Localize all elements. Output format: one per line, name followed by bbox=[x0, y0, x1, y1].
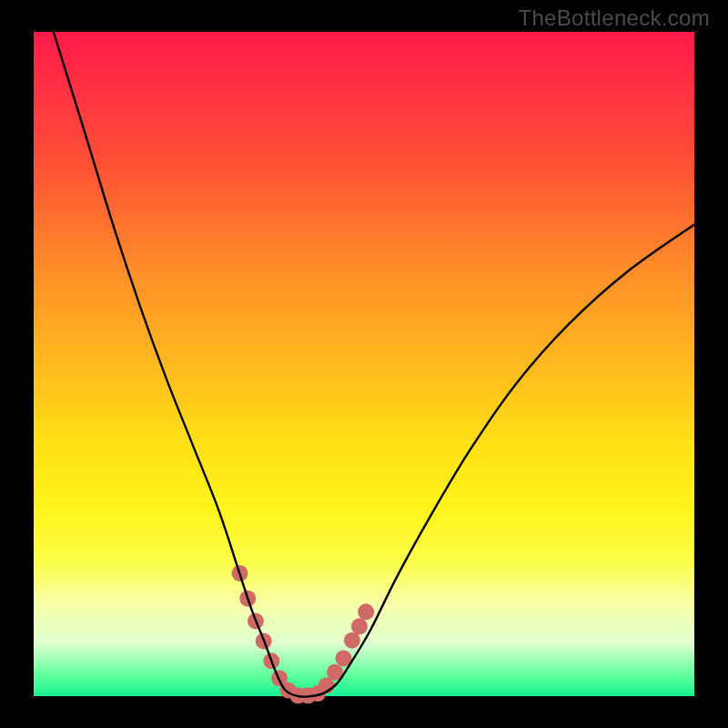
bottleneck-curve bbox=[54, 32, 694, 697]
watermark-text: TheBottleneck.com bbox=[518, 5, 710, 31]
marker-layer bbox=[232, 565, 375, 703]
marker-dot bbox=[351, 618, 368, 634]
chart-frame: TheBottleneck.com bbox=[0, 0, 728, 728]
marker-dot bbox=[344, 632, 360, 649]
marker-dot bbox=[358, 603, 374, 620]
plot-area bbox=[34, 32, 694, 696]
chart-svg bbox=[34, 32, 694, 696]
